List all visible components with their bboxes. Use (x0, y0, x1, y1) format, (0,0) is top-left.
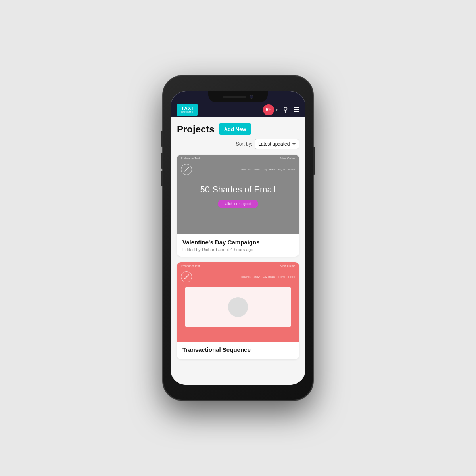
email-logo-slash (184, 167, 189, 172)
sort-container: Sort by: Latest updated Alphabetical Dat… (236, 139, 299, 149)
email-nav-links-2: Beaches Snow City Breaks Flights Hotels (241, 276, 295, 278)
avatar-button[interactable]: RH ▾ (263, 104, 278, 115)
card-title-2: Transactional Sequence (182, 346, 251, 353)
hamburger-menu-icon[interactable]: ☰ (294, 106, 299, 113)
email-preview-header: Preheader Text View Online (177, 155, 299, 162)
email-nav-links: Beaches Snow City Breaks Flights Hotels (241, 168, 295, 171)
email-content-image (228, 297, 248, 317)
email-preview-nav: Beaches Snow City Breaks Flights Hotels (177, 162, 299, 177)
card-text: Valentine's Day Campaigns Edited by Rich… (182, 239, 259, 252)
card-meta: Edited by Richard about 4 hours ago (182, 247, 259, 252)
taxi-logo: TAXI FOR EMAIL (177, 104, 198, 116)
add-new-button[interactable]: Add New (219, 123, 252, 135)
nav-link-city-2: City Breaks (263, 276, 275, 278)
email-cta-button[interactable]: Click it real good (218, 200, 259, 208)
main-content: Projects Add New Sort by: Latest updated… (171, 117, 305, 385)
search-icon[interactable]: ⚲ (283, 106, 288, 113)
email-brand-logo (181, 164, 192, 175)
sort-select[interactable]: Latest updated Alphabetical Date created (255, 139, 299, 149)
taxi-logo-text: TAXI (181, 106, 193, 111)
email-preheader-label-2: Preheader Text (181, 265, 200, 267)
page-header: Projects Add New Sort by: Latest updated… (177, 123, 299, 149)
email-brand-logo-2 (181, 271, 192, 282)
nav-link-flights: Flights (278, 168, 285, 171)
email-preview-header-2: Preheader Text View Online (177, 262, 299, 270)
nav-link-city: City Breaks (263, 168, 275, 171)
card-info: Valentine's Day Campaigns Edited by Rich… (177, 234, 299, 257)
email-preheader-label: Preheader Text (181, 157, 200, 160)
card-title: Valentine's Day Campaigns (182, 239, 259, 246)
user-avatar: RH (263, 104, 274, 115)
card-info-2: Transactional Sequence (177, 342, 299, 359)
nav-link-snow: Snow (254, 168, 260, 171)
card-options-menu[interactable]: ⋮ (286, 240, 294, 247)
project-card[interactable]: Preheader Text View Online Beaches Snow (177, 155, 299, 257)
email-preview-nav-2: Beaches Snow City Breaks Flights Hotels (177, 270, 299, 284)
phone-screen: TAXI FOR EMAIL RH ▾ ⚲ ☰ (171, 91, 305, 385)
phone-frame: TAXI FOR EMAIL RH ▾ ⚲ ☰ (163, 75, 313, 401)
notch-camera (250, 95, 253, 99)
page-title: Projects (177, 124, 215, 135)
avatar-initials: RH (266, 107, 271, 112)
phone-wrapper: TAXI FOR EMAIL RH ▾ ⚲ ☰ (155, 67, 321, 409)
email-content-block (185, 287, 291, 327)
nav-link-beaches: Beaches (241, 168, 250, 171)
sort-label: Sort by: (236, 141, 252, 147)
email-view-online-link-2: View Online (280, 265, 295, 267)
email-preview-gray: Preheader Text View Online Beaches Snow (177, 155, 299, 234)
phone-notch (208, 91, 268, 102)
nav-link-snow-2: Snow (254, 276, 260, 278)
nav-link-flights-2: Flights (278, 276, 285, 278)
notch-speaker (223, 96, 246, 98)
header-right: RH ▾ ⚲ ☰ (263, 104, 299, 115)
chevron-down-icon: ▾ (276, 107, 278, 112)
email-hero-section: 50 Shades of Email Click it real good (177, 177, 299, 212)
nav-link-hotels: Hotels (288, 168, 295, 171)
project-card[interactable]: Preheader Text View Online Beaches Snow (177, 262, 299, 359)
email-headline: 50 Shades of Email (181, 184, 295, 195)
nav-link-beaches-2: Beaches (241, 276, 250, 278)
email-preview-pink: Preheader Text View Online Beaches Snow (177, 262, 299, 342)
email-view-online-link: View Online (280, 157, 295, 160)
taxi-logo-sub: FOR EMAIL (181, 111, 193, 113)
card-text-2: Transactional Sequence (182, 346, 251, 355)
email-logo-slash-2 (184, 274, 189, 279)
nav-link-hotels-2: Hotels (288, 276, 295, 278)
